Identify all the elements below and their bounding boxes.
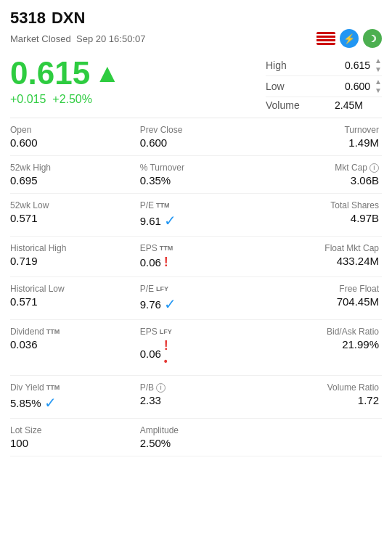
stats-grid: Open0.600Prev Close0.600Turnover1.49M52w… <box>0 118 392 456</box>
stat-cell: 52wk High0.695 <box>10 156 134 194</box>
stat-cell: % Turnover0.35% <box>134 156 258 194</box>
scroll-arrows[interactable]: ▲ ▼ <box>375 57 382 73</box>
exclamation-icon: !• <box>164 338 168 369</box>
stat-cell: Lot Size100 <box>10 419 134 456</box>
stat-value: 0.600 <box>140 136 256 149</box>
stat-value: 0.571 <box>10 295 131 308</box>
stat-cell: 52wk Low0.571 <box>10 194 134 237</box>
stat-label: Div YieldTTM <box>10 382 131 393</box>
scroll-arrows-2[interactable]: ▲ ▼ <box>375 78 382 94</box>
high-label: High <box>266 60 306 71</box>
volume-value: 2.45M <box>306 99 367 111</box>
stat-cell: P/ELFY9.76✓ <box>134 277 258 320</box>
stat-cell: EPSTTM0.06! <box>134 237 258 277</box>
low-row: Low 0.600 ▲ ▼ <box>266 76 382 97</box>
stat-label: Bid/Ask Ratio <box>258 327 379 337</box>
stat-value: 21.99% <box>258 338 379 351</box>
stat-value: 9.61✓ <box>140 212 256 229</box>
low-label: Low <box>266 81 306 92</box>
price-section: 0.615 ▲ +0.015 +2.50% High 0.615 ▲ ▼ Low… <box>0 51 392 118</box>
exclamation-icon: ! <box>164 255 168 270</box>
stat-label: P/ELFY <box>140 284 256 294</box>
current-price: 0.615 ▲ <box>10 55 121 91</box>
stat-label: Mkt Capi <box>258 163 379 173</box>
stat-label: 52wk Low <box>10 200 131 210</box>
stock-title: 5318 DXN <box>10 9 382 28</box>
stat-value: 704.45M <box>258 295 379 308</box>
stat-value: 2.50% <box>140 437 256 449</box>
flag-malaysia-icon[interactable] <box>317 32 335 45</box>
stat-value: 0.35% <box>140 174 256 186</box>
stat-cell: Float Mkt Cap433.24M <box>258 237 382 277</box>
high-row: High 0.615 ▲ ▼ <box>266 55 382 76</box>
stat-label: Prev Close <box>140 125 256 135</box>
stat-cell: Bid/Ask Ratio21.99% <box>258 320 382 376</box>
app-container: 5318 DXN Market Closed Sep 20 16:50:07 ⚡ <box>0 0 392 456</box>
stat-value: 0.600 <box>10 136 131 149</box>
stat-cell: DividendTTM0.036 <box>10 320 134 376</box>
price-left: 0.615 ▲ +0.015 +2.50% <box>10 55 121 106</box>
stat-value: 0.06!• <box>140 338 256 369</box>
info-icon[interactable]: i <box>369 163 379 173</box>
stat-value: 0.06! <box>140 255 256 270</box>
info-icon[interactable]: i <box>156 383 166 393</box>
low-value: 0.600 <box>306 81 375 92</box>
stat-label: % Turnover <box>140 163 256 173</box>
stat-value: 0.036 <box>10 338 131 351</box>
stock-name: DXN <box>52 9 85 28</box>
stat-label: Total Shares <box>258 200 379 210</box>
stat-cell: P/ETTM9.61✓ <box>134 194 258 237</box>
volume-label: Volume <box>266 99 306 111</box>
stat-label: 52wk High <box>10 163 131 173</box>
stat-value: 433.24M <box>258 255 379 267</box>
moon-icon[interactable]: ☽ <box>363 29 382 48</box>
price-arrow-icon: ▲ <box>94 58 121 89</box>
stat-value: 2.33 <box>140 394 256 406</box>
stock-code: 5318 <box>10 9 46 28</box>
stat-cell: Turnover1.49M <box>258 118 382 156</box>
stat-label: Float Mkt Cap <box>258 243 379 253</box>
stat-value: 4.97B <box>258 212 379 224</box>
stat-cell: Total Shares4.97B <box>258 194 382 237</box>
stat-cell: Open0.600 <box>10 118 134 156</box>
checkmark-icon: ✓ <box>164 295 176 313</box>
volume-row: Volume 2.45M <box>266 97 382 113</box>
stat-value: 9.76✓ <box>140 295 256 313</box>
stat-cell: Mkt Capi3.06B <box>258 156 382 194</box>
stat-cell: Amplitude2.50% <box>134 419 258 456</box>
stat-label: Volume Ratio <box>258 382 379 393</box>
stat-label: EPSTTM <box>140 243 256 253</box>
stat-label: Open <box>10 125 131 135</box>
stat-cell: Div YieldTTM5.85%✓ <box>10 376 134 419</box>
stat-value: 0.695 <box>10 174 131 186</box>
stat-label: Free Float <box>258 284 379 294</box>
stat-label: EPSLFY <box>140 327 256 337</box>
price-change: +0.015 +2.50% <box>10 93 121 106</box>
lightning-icon[interactable]: ⚡ <box>340 29 359 48</box>
stat-label: P/ETTM <box>140 200 256 210</box>
stat-label: P/Bi <box>140 382 256 393</box>
stat-label: Amplitude <box>140 425 256 435</box>
price-right: High 0.615 ▲ ▼ Low 0.600 ▲ ▼ Volume 2.45… <box>266 55 382 113</box>
icon-row: ⚡ ☽ <box>317 29 382 48</box>
stat-cell <box>258 419 382 456</box>
stat-label: Historical High <box>10 243 131 253</box>
stat-value: 1.72 <box>258 394 379 406</box>
stat-value: 100 <box>10 437 131 449</box>
market-status-row: Market Closed Sep 20 16:50:07 ⚡ ☽ <box>10 29 382 48</box>
stat-cell: Historical High0.719 <box>10 237 134 277</box>
stat-cell: Historical Low0.571 <box>10 277 134 320</box>
stat-cell: Prev Close0.600 <box>134 118 258 156</box>
stat-value: 0.571 <box>10 212 131 224</box>
stat-value: 1.49M <box>258 136 379 149</box>
stat-cell: P/Bi2.33 <box>134 376 258 419</box>
stat-cell: Free Float704.45M <box>258 277 382 320</box>
stat-value: 0.719 <box>10 255 131 267</box>
stat-label: Turnover <box>258 125 379 135</box>
stat-label: Lot Size <box>10 425 131 435</box>
checkmark-icon: ✓ <box>44 394 57 411</box>
stat-value: 5.85%✓ <box>10 394 131 411</box>
market-status: Market Closed Sep 20 16:50:07 <box>10 33 145 44</box>
header: 5318 DXN Market Closed Sep 20 16:50:07 ⚡ <box>0 0 392 51</box>
high-value: 0.615 <box>306 60 375 71</box>
